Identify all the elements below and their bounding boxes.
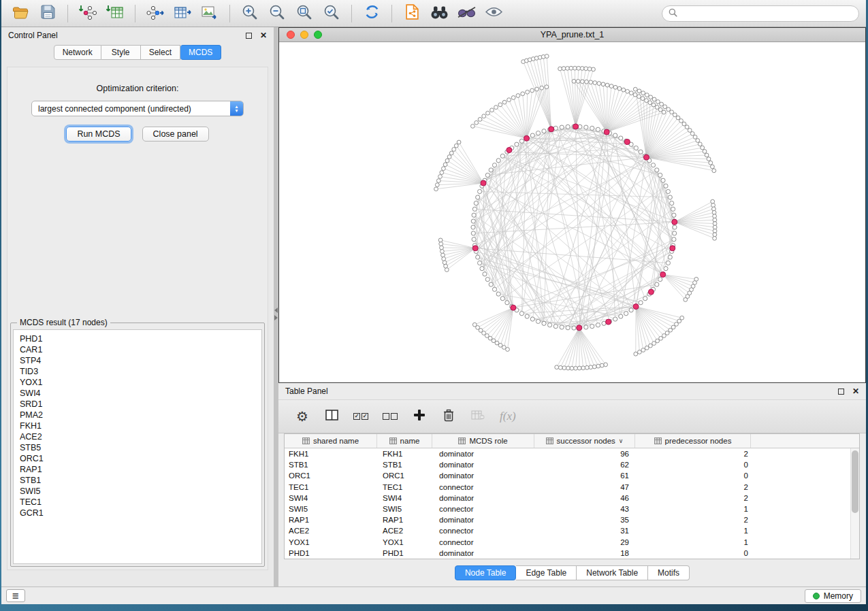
export-image-button[interactable]: [197, 3, 222, 24]
mcds-result-list[interactable]: PHD1CAR1STP4TID3YOX1SWI4SRD1PMA2FKH1ACE2…: [13, 329, 262, 564]
tab-edge-table[interactable]: Edge Table: [516, 565, 577, 580]
function-builder-button: f(x): [500, 408, 516, 425]
table-cell: 31: [534, 527, 635, 535]
run-mcds-button[interactable]: Run MCDS: [66, 127, 131, 142]
mcds-result-item[interactable]: SWI5: [20, 486, 255, 497]
table-scrollbar[interactable]: [850, 448, 859, 559]
table-row[interactable]: ACE2ACE2connector311: [285, 525, 859, 536]
export-table-button[interactable]: [170, 3, 195, 24]
optimization-criterion-dropdown[interactable]: largest connected component (undirected)…: [31, 101, 244, 116]
table-row[interactable]: STB1STB1dominator620: [285, 459, 859, 470]
close-panel-icon[interactable]: ✕: [852, 387, 859, 395]
refresh-icon: [364, 3, 381, 23]
mcds-result-item[interactable]: TEC1: [20, 497, 255, 508]
mcds-result-item[interactable]: STB1: [20, 475, 255, 486]
delete-column-button[interactable]: [441, 408, 456, 425]
export-network-button[interactable]: [143, 3, 167, 24]
table-cell: PHD1: [285, 549, 377, 557]
table-panel: Table Panel ✕ ⚙ ✓✓ ✓✓: [278, 383, 866, 587]
mcds-result-item[interactable]: PHD1: [20, 333, 255, 344]
import-table-icon: [106, 4, 124, 23]
column-header-successor-nodes[interactable]: successor nodes ∨: [534, 434, 635, 448]
deselect-all-button[interactable]: ✓✓: [383, 408, 398, 425]
mcds-result-item[interactable]: STB5: [20, 442, 255, 453]
zoom-fit-button[interactable]: [292, 3, 317, 24]
search-input[interactable]: [681, 8, 852, 19]
table-row[interactable]: ORC1ORC1dominator610: [285, 470, 859, 481]
mcds-result-item[interactable]: PMA2: [20, 410, 255, 420]
tab-node-table[interactable]: Node Table: [455, 565, 517, 580]
tab-network-table[interactable]: Network Table: [577, 565, 648, 580]
zoom-in-button[interactable]: [238, 3, 262, 24]
mcds-result-item[interactable]: STP4: [20, 355, 255, 366]
network-canvas[interactable]: [279, 42, 865, 382]
save-button[interactable]: [35, 3, 60, 24]
zoom-fit-icon: [295, 3, 313, 24]
tab-style[interactable]: Style: [101, 45, 141, 60]
mcds-result-item[interactable]: CAR1: [20, 344, 255, 355]
mcds-result-item[interactable]: TID3: [20, 366, 255, 377]
column-header-predecessor-nodes[interactable]: predecessor nodes: [635, 434, 751, 448]
table-cell: 18: [534, 549, 635, 557]
toolbar-separator: [67, 5, 68, 22]
column-header-shared-name[interactable]: shared name: [285, 434, 377, 448]
float-window-icon[interactable]: [838, 389, 844, 395]
memory-button[interactable]: Memory: [805, 589, 861, 603]
control-panel-titlebar: Control Panel ✕: [1, 27, 274, 44]
control-panel-title: Control Panel: [8, 31, 58, 40]
maximize-window-icon[interactable]: [314, 31, 322, 39]
zoom-out-button[interactable]: [265, 3, 289, 24]
table-cell: connector: [432, 538, 534, 546]
search-network-button[interactable]: [427, 3, 451, 24]
table-cell: STB1: [285, 461, 377, 469]
close-window-icon[interactable]: [287, 31, 295, 39]
tab-motifs[interactable]: Motifs: [648, 565, 690, 580]
table-cell: 1: [635, 538, 751, 546]
tab-mcds[interactable]: MCDS: [180, 45, 221, 60]
zoom-selected-button[interactable]: [319, 3, 344, 24]
open-file-button[interactable]: [8, 3, 33, 24]
table-row[interactable]: YOX1YOX1connector291: [285, 537, 859, 548]
table-settings-button[interactable]: ⚙: [295, 408, 310, 425]
table-cell: SWI5: [377, 505, 432, 513]
mcds-result-item[interactable]: SWI4: [20, 388, 255, 399]
table-cell: 1: [635, 505, 751, 513]
tab-select[interactable]: Select: [141, 45, 180, 60]
clone-network-button[interactable]: [400, 3, 424, 24]
table-row[interactable]: SWI5SWI5connector431: [285, 503, 859, 514]
tab-network[interactable]: Network: [54, 45, 101, 60]
table-row[interactable]: PHD1PHD1dominator180: [285, 548, 859, 559]
gear-icon: ⚙: [296, 410, 308, 423]
mcds-result-item[interactable]: ACE2: [20, 431, 255, 442]
import-network-button[interactable]: [76, 3, 100, 24]
mcds-result-item[interactable]: ORC1: [20, 453, 255, 464]
import-table-button[interactable]: [103, 3, 127, 24]
mcds-result-item[interactable]: RAP1: [20, 464, 255, 475]
table-row[interactable]: SWI4SWI4dominator462: [285, 493, 859, 503]
add-column-button[interactable]: [412, 408, 427, 425]
mcds-result-item[interactable]: FKH1: [20, 420, 255, 431]
table-row[interactable]: FKH1FKH1dominator962: [285, 448, 859, 459]
scrollbar-thumb[interactable]: [852, 450, 858, 513]
dropdown-stepper-icon: ▲▼: [230, 101, 243, 116]
status-bar: ≣ Memory: [1, 587, 866, 604]
minimize-window-icon[interactable]: [300, 31, 308, 39]
hide-selected-button[interactable]: [454, 3, 479, 24]
show-all-button[interactable]: [481, 3, 506, 24]
collapse-right-icon: [274, 315, 278, 320]
select-all-button[interactable]: ✓✓: [353, 408, 368, 425]
show-panels-button[interactable]: ≣: [6, 589, 25, 602]
mcds-result-item[interactable]: YOX1: [20, 377, 255, 388]
apply-layout-button[interactable]: [359, 3, 384, 24]
column-header-name[interactable]: name: [377, 434, 432, 448]
show-columns-button[interactable]: [324, 408, 339, 425]
float-window-icon[interactable]: [246, 33, 252, 39]
mcds-result-item[interactable]: GCR1: [20, 508, 255, 518]
close-panel-button[interactable]: Close panel: [142, 127, 209, 142]
close-panel-icon[interactable]: ✕: [260, 31, 267, 39]
table-row[interactable]: TEC1TEC1connector472: [285, 482, 859, 493]
table-row[interactable]: RAP1RAP1dominator352: [285, 514, 859, 525]
column-header-mcds-role[interactable]: MCDS role: [432, 434, 534, 448]
delete-table-button-disabled: [470, 408, 485, 425]
mcds-result-item[interactable]: SRD1: [20, 399, 255, 410]
